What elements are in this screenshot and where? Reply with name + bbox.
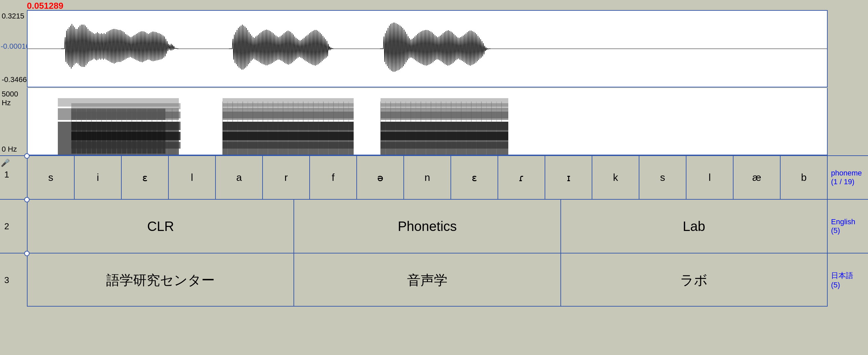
tier-2-circle [24,197,30,202]
svg-rect-70 [222,111,354,118]
phoneme-cell-i[interactable]: i [74,156,122,199]
svg-rect-102 [380,122,508,130]
tier-2-label: English(5) [829,218,868,235]
spectrogram-display [27,88,828,155]
tiers-container: 🎤 1 s i ɛ l a r f ə n ɛ ɾ ɪ k s l æ b [0,155,868,355]
svg-rect-32 [71,132,181,140]
tier-2-content: CLR Phonetics Lab [27,200,828,253]
spectrogram-bottom-label: 0 Hz [2,145,17,154]
word-cell-japanese-2[interactable]: 音声学 [294,254,561,306]
phoneme-cell-f[interactable]: f [310,156,357,199]
word-cell-lab[interactable]: Lab [561,200,827,253]
svg-rect-104 [380,103,508,109]
phoneme-cell-ae[interactable]: æ [734,156,781,199]
tier-3-japanese: 3 語学研究センター 音声学 ラボ 日本語(5) [0,253,868,306]
tier-2-number: 2 [2,221,12,232]
phoneme-cell-I[interactable]: ɪ [545,156,592,199]
word-cell-japanese-3[interactable]: ラボ [561,254,827,306]
svg-rect-69 [222,122,354,130]
svg-rect-71 [222,103,354,109]
svg-rect-34 [71,122,181,130]
phoneme-cell-k[interactable]: k [592,156,640,199]
svg-rect-33 [71,142,181,149]
phoneme-cell-l[interactable]: l [169,156,216,199]
word-cell-japanese-1[interactable]: 語学研究センター [28,254,294,306]
tier-2-english: 2 CLR Phonetics Lab English(5) [0,199,868,253]
tier-1-content: s i ɛ l a r f ə n ɛ ɾ ɪ k s l æ b [27,156,828,199]
svg-rect-101 [380,142,508,149]
phoneme-cell-s[interactable]: s [28,156,74,199]
phoneme-cell-r[interactable]: r [263,156,310,199]
phoneme-cell-schwa[interactable]: ə [357,156,404,199]
svg-rect-100 [380,132,508,140]
tier-3-circle [24,251,30,256]
tier-3-label-text: 日本語(5) [831,271,853,289]
phoneme-cell-n[interactable]: n [404,156,451,199]
phoneme-cell-a[interactable]: a [216,156,263,199]
spectrogram-top-label: 5000 Hz [2,90,27,107]
phoneme-cell-flap[interactable]: ɾ [498,156,545,199]
svg-rect-103 [380,111,508,118]
phoneme-cell-epsilon1[interactable]: ɛ [122,156,169,199]
amplitude-bottom-label: -0.3466 [2,75,27,84]
top-amplitude-value: 0.051289 [27,1,63,11]
tier-1-label-text: phoneme(1 / 19) [831,169,862,186]
waveform-display [27,10,828,88]
tier-1-label: phoneme(1 / 19) [829,169,868,186]
svg-rect-36 [71,103,181,109]
phoneme-cell-b[interactable]: b [781,156,827,199]
spectrogram-labels: 5000 Hz 0 Hz [0,88,27,155]
phoneme-cell-epsilon2[interactable]: ɛ [451,156,498,199]
word-cell-clr[interactable]: CLR [28,200,294,253]
svg-rect-35 [71,111,181,118]
word-cell-phonetics[interactable]: Phonetics [294,200,561,253]
amplitude-top-label: 0.3215 [2,12,24,21]
tier-3-content: 語学研究センター 音声学 ラボ [27,254,828,306]
tier-1-mic-icon: 🎤 [1,159,10,167]
svg-rect-68 [222,142,354,149]
tier-2-label-text: English(5) [831,218,855,235]
tier-3-label: 日本語(5) [829,270,868,289]
tier-1-number: 1 [2,169,12,180]
tier-3-bottom-border [27,306,828,306]
svg-rect-67 [222,132,354,140]
waveform-labels: 0.3215 -0.0001629 -0.3466 [0,10,27,88]
svg-rect-37 [181,88,221,155]
phoneme-cell-l2[interactable]: l [686,156,734,199]
phoneme-cell-s2[interactable]: s [640,156,686,199]
tier-1-circle [24,153,30,159]
tier-3-number: 3 [2,275,12,285]
tier-1-phoneme: 🎤 1 s i ɛ l a r f ə n ɛ ɾ ɪ k s l æ b [0,155,868,199]
